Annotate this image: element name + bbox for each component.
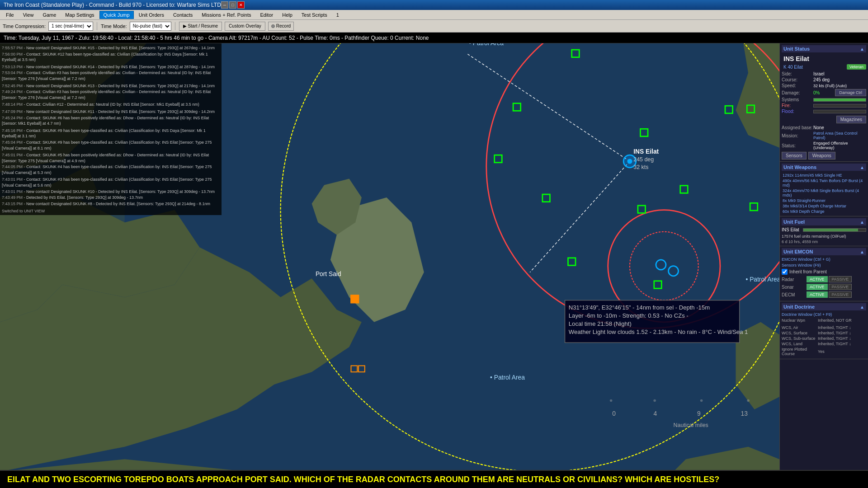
start-stop-button[interactable]: ▶ Start / Resume: [179, 22, 222, 31]
emcon-window-link[interactable]: EMCON Window (Ctrl + G): [782, 257, 866, 262]
menu-editor[interactable]: Editor: [256, 11, 277, 19]
svg-point-23: [747, 399, 750, 402]
svg-text:9: 9: [697, 410, 701, 417]
svg-text:• Patrol Area: • Patrol Area: [490, 374, 525, 381]
svg-text:Port Said: Port Said: [316, 271, 341, 277]
svg-text:32 kts: 32 kts: [633, 164, 648, 170]
flood-row: Flood:: [782, 109, 866, 114]
decm-active-btn[interactable]: ACTIVE: [807, 291, 828, 298]
systems-bar: [813, 98, 866, 102]
toolbar: Time Compression: 1 sec (real-time) 5 se…: [0, 20, 868, 33]
status-row: Status: Engaged Offensive (Underway): [782, 141, 866, 150]
menu-file[interactable]: File: [2, 11, 18, 19]
menu-test-scripts[interactable]: Test Scripts: [297, 11, 331, 19]
sep1: [97, 22, 97, 30]
magazines-button[interactable]: Magazines: [836, 116, 866, 123]
unit-weapons-section: Unit Weapons ▲ 1292x 114mm/45 Mk5 Single…: [780, 162, 868, 216]
svg-text:13: 13: [741, 410, 748, 417]
veteran-badge: Veteran: [847, 64, 866, 70]
fuel-unit-row: INS Eilat: [782, 227, 866, 232]
weapon-item[interactable]: 1292x 114mm/45 Mk5 Single HE: [782, 173, 866, 178]
speed-row: Speed: 32 kts (Full) (Auto): [782, 83, 866, 88]
sonar-emcon-row: Sonar ACTIVE PASSIVE: [782, 284, 866, 290]
flood-bar: [813, 110, 866, 113]
custom-overlay-button[interactable]: Custom Overlay: [225, 22, 265, 31]
mission-link[interactable]: Patrol Area (Sea Control Patrol): [813, 131, 866, 140]
svg-text:Weather Light low clouds 1.52 : Weather Light low clouds 1.52 - 2.13km -…: [569, 328, 748, 335]
log-entry: 7:53:04 PM - Contact: Civilian #3 has be…: [2, 70, 220, 81]
unit-status-collapse[interactable]: ▲: [860, 47, 864, 52]
svg-text:0: 0: [612, 410, 616, 417]
unit-fuel-header: Unit Fuel ▲: [782, 218, 866, 225]
weapon-item[interactable]: 8x Mk9 Straight-Runner: [782, 198, 866, 203]
log-entry: 7:45:01 PM - Contact: SKUNK #5 has been …: [2, 152, 220, 164]
right-panel: Unit Status ▲ INS Eilat K 40 Eilat Veter…: [779, 43, 868, 470]
maximize-button[interactable]: □: [229, 1, 236, 9]
unit-fuel-section: Unit Fuel ▲ INS Eilat 17574 fuel units r…: [780, 216, 868, 246]
course-row: Course: 245 deg: [782, 77, 866, 82]
menu-number[interactable]: 1: [332, 11, 343, 19]
weapon-item[interactable]: 60x Mk9 Depth Charge: [782, 209, 866, 214]
fuel-bar: [803, 228, 866, 232]
menu-missions[interactable]: Missions + Ref. Points: [198, 11, 255, 19]
systems-bar-fill: [814, 99, 866, 101]
ignore-plotted-row: Ignore Plotted Course Yes: [782, 347, 866, 356]
log-entry: 7:43:49 PM - Detected by INS Eilat. [Sen…: [2, 195, 220, 201]
menu-contacts[interactable]: Contacts: [169, 11, 197, 19]
svg-text:• Patrol Area: • Patrol Area: [746, 276, 779, 283]
unit-weapons-header: Unit Weapons ▲: [782, 164, 866, 171]
compression-select[interactable]: 1 sec (real-time) 5 sec 15 sec 30 sec 1 …: [48, 22, 93, 31]
log-entry: Switched to UNIT VIEW: [2, 208, 220, 214]
svg-text:4: 4: [653, 410, 657, 417]
record-button[interactable]: Record: [268, 22, 294, 31]
svg-text:INS Eilat: INS Eilat: [633, 148, 659, 155]
sonar-passive-btn[interactable]: PASSIVE: [829, 284, 852, 290]
svg-point-21: [653, 399, 656, 402]
radar-passive-btn[interactable]: PASSIVE: [829, 276, 852, 282]
doctrine-window-link[interactable]: Doctrine Window (Ctrl + F9): [782, 312, 866, 317]
menu-game[interactable]: Game: [38, 11, 60, 19]
log-entry: 7:55:57 PM - New contact! Designated SKU…: [2, 45, 220, 51]
damage-ctrl-button[interactable]: Damage Ctrl: [835, 89, 866, 96]
weapons-button[interactable]: Weapons: [808, 152, 835, 160]
menu-view[interactable]: View: [19, 11, 38, 19]
unit-doctrine-collapse[interactable]: ▲: [860, 305, 864, 310]
log-entry: 7:48:14 PM - Contact: Civilian #12 - Det…: [2, 102, 220, 108]
unit-fuel-collapse[interactable]: ▲: [860, 220, 864, 225]
sensors-button[interactable]: Sensors: [782, 152, 807, 160]
decm-passive-btn[interactable]: PASSIVE: [829, 291, 852, 298]
title-bar-controls: ─ □ ✕: [221, 1, 245, 9]
minimize-button[interactable]: ─: [221, 1, 228, 9]
wcs-sub-row: WCS, Sub-surface Inherited, TIGHT ↓: [782, 336, 866, 341]
weapon-item[interactable]: 324x 40mm/70 Mk8 Single Bofors Burst (4 …: [782, 188, 866, 198]
weapon-item[interactable]: 38x Mk6/3/14 Depth Charge Mortar: [782, 203, 866, 209]
timemode-select[interactable]: No-pulse (fast) Pulse: [130, 22, 171, 31]
radar-active-btn[interactable]: ACTIVE: [807, 276, 828, 282]
sep2: [175, 22, 175, 30]
unit-doctrine-section: Unit Doctrine ▲ Doctrine Window (Ctrl + …: [780, 301, 868, 359]
unit-doctrine-header: Unit Doctrine ▲: [782, 303, 866, 310]
menu-quick-jump[interactable]: Quick Jump: [99, 11, 134, 19]
svg-point-20: [610, 399, 613, 402]
map-area[interactable]: 0 4 9 13 Nautical miles: [0, 43, 779, 470]
svg-text:• Patrol Area: • Patrol Area: [469, 43, 504, 47]
menu-map-settings[interactable]: Map Settings: [61, 11, 98, 19]
weapon-item[interactable]: 490x 40mm/56 Mk1 Twin Bofors DP Burst (4…: [782, 178, 866, 188]
radar-emcon-row: Radar ACTIVE PASSIVE: [782, 276, 866, 282]
assigned-row: Assigned base: None: [782, 125, 866, 130]
unit-emcon-collapse[interactable]: ▲: [860, 249, 864, 254]
menu-help[interactable]: Help: [278, 11, 297, 19]
inherit-checkbox[interactable]: [782, 269, 788, 275]
sonar-active-btn[interactable]: ACTIVE: [807, 284, 828, 290]
unit-weapons-collapse[interactable]: ▲: [860, 165, 864, 170]
wcs-land-row: WCS, Land Inherited, TIGHT ↓: [782, 342, 866, 346]
unit-link[interactable]: K 40 Eilat: [782, 65, 805, 70]
sensors-window-link[interactable]: Sensors Window (F9): [782, 263, 866, 267]
bottom-bar: EILAT AND TWO ESCORTING TOREPDO BOATS AP…: [0, 470, 868, 488]
fire-bar: [813, 104, 866, 108]
fire-row: Fire:: [782, 103, 866, 108]
decm-emcon-row: DECM ACTIVE PASSIVE: [782, 291, 866, 298]
close-button[interactable]: ✕: [237, 1, 245, 9]
menu-unit-orders[interactable]: Unit Orders: [135, 11, 168, 19]
svg-text:N31°13'49", E32°46'15" - 14nm : N31°13'49", E32°46'15" - 14nm from sel -…: [569, 304, 710, 311]
